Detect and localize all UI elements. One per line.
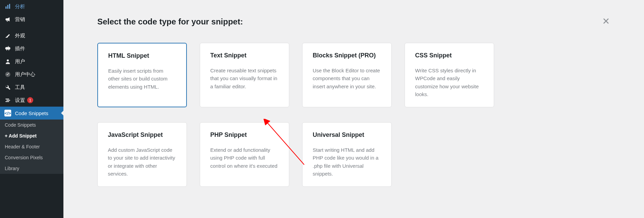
submenu-library[interactable]: Library [0,163,63,174]
main-content: Select the code type for your snippet: H… [63,0,644,218]
svg-rect-6 [6,100,10,101]
card-universal-snippet[interactable]: Universal Snippet Start writing HTML and… [302,122,392,187]
card-title: PHP Snippet [210,131,279,139]
users-icon [4,58,12,65]
svg-point-3 [7,59,9,61]
sidebar-item-tools[interactable]: 工具 [0,81,63,94]
svg-rect-2 [9,4,10,9]
notification-badge: 1 [27,97,33,103]
sidebar-label: 插件 [15,46,25,52]
card-desc: Extend or add functionality using PHP co… [210,146,279,170]
sidebar-item-plugins[interactable]: 插件 [0,42,63,55]
header-row: Select the code type for your snippet: [97,17,610,26]
card-title: CSS Snippet [415,52,484,59]
card-desc: Create reusable text snippets that you c… [210,67,279,90]
sidebar-label: 用户中心 [15,71,35,78]
tools-icon [4,84,12,91]
svg-rect-7 [5,101,9,102]
card-title: Blocks Snippet (PRO) [313,52,381,59]
brush-icon [4,32,12,39]
card-css-snippet[interactable]: CSS Snippet Write CSS styles directly in… [405,43,494,107]
card-desc: Add custom JavaScript code to your site … [108,146,176,178]
submenu-add-snippet[interactable]: + Add Snippet [0,130,63,141]
sidebar-item-analytics[interactable]: 分析 [0,0,63,13]
card-title: Universal Snippet [313,131,381,139]
close-button[interactable] [602,17,610,26]
plugins-icon [4,45,12,52]
usercenter-icon [4,71,12,78]
card-desc: Easily insert scripts from other sites o… [108,67,176,91]
code-icon: </> [4,109,12,117]
submenu-code-snippets[interactable]: Code Snippets [0,120,63,130]
card-javascript-snippet[interactable]: JavaScript Snippet Add custom JavaScript… [97,122,187,187]
sidebar-label: 工具 [15,84,25,91]
sidebar-label: 用户 [15,58,25,65]
sidebar-label: 设置 [15,97,25,104]
card-html-snippet[interactable]: HTML Snippet Easily insert scripts from … [97,43,187,107]
card-desc: Start writing HTML and add PHP code like… [313,146,381,178]
sidebar-item-marketing[interactable]: 营销 [0,13,63,26]
card-title: JavaScript Snippet [108,131,176,139]
card-title: Text Snippet [210,52,279,59]
submenu-header-footer[interactable]: Header & Footer [0,141,63,152]
submenu-conversion-pixels[interactable]: Conversion Pixels [0,152,63,163]
sidebar-item-users[interactable]: 用户 [0,55,63,68]
sidebar-label: 营销 [15,16,25,23]
admin-sidebar: 分析 营销 外观 插件 用户 用户中心 工具 设置 1 </> Code Sni… [0,0,63,218]
snippet-type-grid: HTML Snippet Easily insert scripts from … [97,43,610,187]
svg-rect-5 [5,99,9,99]
svg-rect-1 [7,5,8,9]
sidebar-item-settings[interactable]: 设置 1 [0,94,63,107]
settings-icon [4,96,12,104]
megaphone-icon [4,16,12,23]
sidebar-label: Code Snippets [15,110,48,116]
sidebar-label: 分析 [15,3,25,10]
sidebar-item-appearance[interactable]: 外观 [0,29,63,42]
sidebar-label: 外观 [15,33,25,39]
card-text-snippet[interactable]: Text Snippet Create reusable text snippe… [200,43,289,107]
analytics-icon [4,3,12,10]
card-desc: Use the Block Editor to create component… [313,67,381,90]
card-desc: Write CSS styles directly in WPCode and … [415,67,484,98]
svg-rect-0 [5,6,6,9]
sidebar-item-code-snippets[interactable]: </> Code Snippets [0,107,63,120]
sidebar-item-usercenter[interactable]: 用户中心 [0,68,63,81]
card-blocks-snippet[interactable]: Blocks Snippet (PRO) Use the Block Edito… [302,43,392,107]
close-icon [602,17,610,25]
page-title: Select the code type for your snippet: [97,17,243,26]
sidebar-submenu: Code Snippets + Add Snippet Header & Foo… [0,120,63,174]
card-php-snippet[interactable]: PHP Snippet Extend or add functionality … [200,122,289,187]
card-title: HTML Snippet [108,52,176,59]
